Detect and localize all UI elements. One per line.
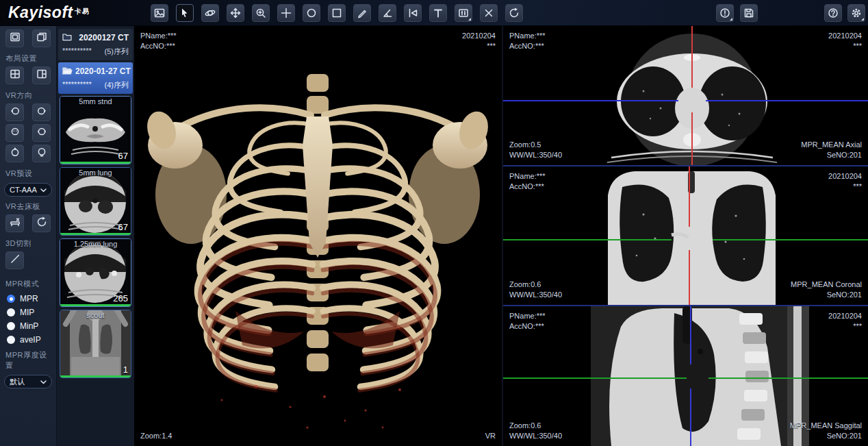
- axial-zoom-overlay: Zoom:0.5WW/WL:350/40: [509, 140, 562, 160]
- delete-button[interactable]: [480, 4, 498, 22]
- vr-face-back-button[interactable]: [32, 124, 51, 142]
- mpr-option-mip[interactable]: MIP: [0, 306, 56, 319]
- sagittal-viewport[interactable]: PName:***AccNO:*** 20210204*** Zoom:0.6W…: [503, 306, 868, 446]
- pan-icon: [230, 8, 241, 18]
- scalpel-icon: [10, 253, 21, 267]
- rect-roi-button[interactable]: [328, 4, 346, 22]
- wwwl-text: WW/WL:350/40: [509, 150, 562, 160]
- grid-2x2-layout-button[interactable]: [5, 66, 24, 84]
- pname-text: PName:***: [140, 31, 177, 41]
- bed-reset-button[interactable]: [32, 214, 51, 232]
- mpr-option-aveip[interactable]: aveIP: [0, 333, 56, 347]
- zoom-tool-button[interactable]: [252, 4, 270, 22]
- study-date-text: 20210204: [828, 311, 862, 321]
- save-button[interactable]: [740, 4, 758, 22]
- study-date-text: 20210204: [828, 31, 862, 41]
- series-thumbnail-scout[interactable]: scout 1: [60, 310, 131, 378]
- monitor-icon: [10, 32, 21, 45]
- window-level-button[interactable]: [455, 4, 472, 22]
- reset-button[interactable]: [505, 4, 523, 22]
- series-thumbnail-5mm-lung[interactable]: 5mm lung 67: [60, 167, 131, 236]
- single-view-layout-button[interactable]: [5, 29, 24, 47]
- cobb-play-button[interactable]: [404, 4, 422, 22]
- rotate-3d-button[interactable]: [201, 4, 219, 22]
- pan-button[interactable]: [227, 4, 244, 22]
- sagittal-patient-overlay: PName:***AccNO:***: [509, 311, 546, 332]
- text-icon: [433, 8, 444, 18]
- vr-viewport[interactable]: PName:***AccNO:*** 20210204*** Zoom:1.4 …: [134, 26, 502, 446]
- reset-icon: [36, 216, 47, 230]
- mpr-thickness-select[interactable]: 默认: [4, 375, 52, 388]
- layout-settings-label: 布局设置: [0, 50, 56, 66]
- study-date-text: 20210204: [828, 171, 862, 182]
- settings-button[interactable]: [847, 4, 865, 22]
- gear-icon: [851, 8, 862, 18]
- toolbar-right-group: [716, 4, 758, 22]
- seno-text: SeNO:201: [801, 150, 862, 160]
- cursor-tool-button[interactable]: [176, 4, 194, 22]
- series-thumbnail-125mm-lung[interactable]: 1.25mm lung 265: [60, 238, 131, 307]
- series-thumbnail-5mm-stnd[interactable]: 5mm stnd 67: [60, 96, 131, 164]
- ellipse-roi-button[interactable]: [303, 4, 320, 22]
- thumbnail-label: scout: [60, 311, 131, 319]
- crosshair-button[interactable]: [277, 4, 295, 22]
- zoom-text: Zoom:0.5: [509, 140, 562, 150]
- image-layout-button[interactable]: [151, 4, 168, 22]
- wwwl-text: WW/WL:350/40: [509, 290, 562, 300]
- pname-text: PName:***: [509, 171, 546, 182]
- vr-preset-select[interactable]: CT-AAA: [4, 183, 52, 197]
- vr-head-left-button[interactable]: [5, 103, 24, 121]
- seno-text: SeNO:201: [790, 431, 862, 441]
- study-date-text: 20210204: [462, 31, 496, 41]
- app-logo: Kayisoft卡易: [8, 3, 90, 22]
- vr-head-top-button[interactable]: [5, 145, 24, 162]
- head-left-icon: [10, 106, 21, 119]
- coronal-mode-overlay: MPR_MEAN CoronalSeNO:201: [791, 280, 862, 300]
- radio-label: MPR: [20, 294, 38, 303]
- reset-icon: [509, 8, 520, 18]
- logo-text: Kayisoft: [8, 3, 73, 21]
- axial-viewport[interactable]: PName:***AccNO:*** 20210204*** Zoom:0.5W…: [503, 26, 868, 166]
- split-1-2-layout-button[interactable]: [32, 66, 51, 84]
- panel-stack-layout-button[interactable]: [32, 29, 51, 47]
- masked-text: ***: [462, 41, 496, 51]
- dicom-viewer-app: Kayisoft卡易: [0, 0, 868, 446]
- vr-patient-overlay: PName:***AccNO:***: [140, 31, 177, 51]
- vr-preset-label: VR预设: [0, 165, 56, 182]
- study-item-1[interactable]: 20200127 CT **********(5)序列: [58, 29, 133, 60]
- mpr-option-minp[interactable]: MinP: [0, 319, 56, 333]
- thumbnail-progress-bar: [60, 233, 131, 235]
- mode-text: MPR_MEAN Saggital: [790, 421, 862, 431]
- help-button[interactable]: [824, 4, 842, 22]
- text-annotation-button[interactable]: [429, 4, 447, 22]
- toolbar-far-right-group: [824, 4, 865, 22]
- thumbnail-label: 1.25mm lung: [60, 240, 131, 248]
- vr-head-bottom-button[interactable]: [32, 145, 51, 162]
- coronal-viewport[interactable]: PName:***AccNO:*** 20210204*** Zoom:0.6W…: [503, 166, 868, 306]
- draw-line-button[interactable]: [353, 4, 371, 22]
- about-button[interactable]: [716, 4, 734, 22]
- thumbnail-count: 67: [118, 222, 128, 232]
- vr-head-right-button[interactable]: [32, 103, 51, 121]
- thumbnail-count: 1: [123, 364, 128, 375]
- angle-measure-button[interactable]: [379, 4, 396, 22]
- vr-preset-value: CT-AAA: [10, 186, 37, 194]
- vr-remove-bed-label: VR去床板: [0, 198, 56, 214]
- vr-direction-label: VR方向: [0, 87, 56, 103]
- vr-zoom-overlay: Zoom:1.4: [140, 431, 172, 441]
- vr-face-front-button[interactable]: [5, 124, 24, 142]
- vr-date-overlay: 20210204***: [462, 31, 496, 51]
- study-series-count: (5)序列: [105, 47, 129, 57]
- study-item-2-selected[interactable]: 2020-01-27 CT **********(4)序列: [58, 62, 133, 94]
- coronal-zoom-overlay: Zoom:0.6WW/WL:350/40: [509, 280, 562, 300]
- pname-text: PName:***: [509, 311, 546, 321]
- wwwl-text: WW/WL:350/40: [509, 431, 562, 441]
- info-icon: [719, 8, 730, 18]
- thumbnail-progress-bar: [60, 304, 131, 306]
- remove-bed-button[interactable]: [5, 214, 24, 232]
- scalpel-button[interactable]: [5, 251, 24, 269]
- image-layout-icon: [154, 8, 165, 18]
- mpr-option-mpr[interactable]: MPR: [0, 292, 56, 306]
- accno-text: AccNO:***: [509, 182, 546, 192]
- radio-label: MinP: [20, 321, 38, 331]
